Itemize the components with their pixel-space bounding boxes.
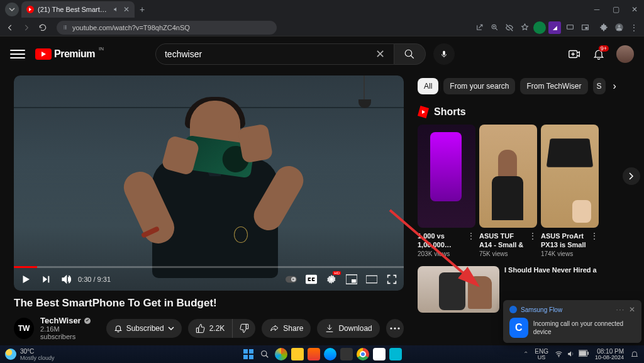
short-thumbnail[interactable] <box>418 125 475 228</box>
profile-icon[interactable] <box>613 21 625 34</box>
address-bar[interactable]: youtube.com/watch?v=T98qhZC4nSQ <box>57 21 277 35</box>
youtube-logo[interactable]: Premium IN <box>35 48 95 60</box>
taskbar-search-icon[interactable] <box>258 348 271 360</box>
account-avatar[interactable] <box>616 45 634 63</box>
browser-tab-title: (21) The Best SmartPhone <box>38 6 109 13</box>
related-thumbnail[interactable] <box>418 266 499 313</box>
taskbar-app-icon[interactable] <box>324 348 336 360</box>
miniplayer-button[interactable] <box>346 274 357 285</box>
window-minimize-button[interactable]: ─ <box>587 0 606 19</box>
taskbar-app-icon[interactable] <box>373 348 386 360</box>
chip-scroll-right[interactable]: › <box>611 78 619 94</box>
taskbar-app-icon[interactable] <box>389 348 402 360</box>
fullscreen-button[interactable] <box>386 274 397 285</box>
play-button[interactable] <box>20 274 31 285</box>
samsung-flow-notification[interactable]: Samsung Flow ··· ✕ C Incoming call on yo… <box>503 300 641 343</box>
download-icon <box>325 323 335 333</box>
system-tray[interactable] <box>555 350 589 358</box>
settings-button[interactable]: HD <box>326 274 337 285</box>
nav-forward-button[interactable] <box>20 21 33 34</box>
video-title: The Best SmartPhone To Get in Budget! <box>14 297 404 310</box>
theater-button[interactable] <box>366 274 377 285</box>
new-tab-button[interactable]: + <box>135 4 150 14</box>
volume-button[interactable] <box>60 274 72 285</box>
taskbar-clock[interactable]: 08:10 PM10-08-2024 <box>595 348 624 361</box>
like-button[interactable]: 2.2K <box>188 319 233 338</box>
chip-from-channel[interactable]: From TechWiser <box>520 78 587 94</box>
nav-reload-button[interactable] <box>36 21 49 34</box>
captions-button[interactable] <box>306 274 317 285</box>
voice-search-button[interactable] <box>433 43 455 65</box>
short-card[interactable]: 1,000 vs 1,00,000…⋮ 203K views <box>418 125 475 257</box>
eye-off-icon[interactable] <box>503 21 516 34</box>
notification-close-icon[interactable]: ✕ <box>629 305 635 314</box>
shorts-scroll-right[interactable] <box>623 167 640 185</box>
youtube-wordmark: Premium <box>54 48 95 60</box>
dislike-button[interactable] <box>233 319 255 338</box>
video-player[interactable]: 0:30 / 9:31 HD <box>14 75 404 291</box>
taskbar-chrome-icon[interactable] <box>357 348 369 360</box>
taskbar-app-icon[interactable] <box>308 348 320 360</box>
short-more-icon[interactable]: ⋮ <box>467 232 475 240</box>
short-more-icon[interactable]: ⋮ <box>528 232 537 240</box>
svg-point-17 <box>390 327 392 329</box>
nav-back-button[interactable] <box>4 21 16 34</box>
autoplay-toggle[interactable] <box>286 274 297 285</box>
taskbar-weather[interactable]: 30°C Mostly cloudy <box>5 348 55 361</box>
next-button[interactable] <box>40 274 52 285</box>
site-settings-icon[interactable] <box>62 24 69 31</box>
language-indicator[interactable]: ENGUS <box>535 348 548 361</box>
extensions-menu-icon[interactable] <box>597 21 610 34</box>
search-input[interactable] <box>165 49 375 59</box>
svg-rect-21 <box>249 349 253 354</box>
subscribe-button[interactable]: Subscribed <box>106 319 182 338</box>
taskbar-explorer-icon[interactable] <box>291 348 304 360</box>
short-thumbnail[interactable] <box>479 125 537 228</box>
tab-search-button[interactable] <box>5 3 19 16</box>
svg-point-19 <box>397 327 399 329</box>
open-external-icon[interactable] <box>473 21 486 34</box>
search-button[interactable] <box>394 43 426 65</box>
share-button[interactable]: Share <box>262 319 311 338</box>
download-button[interactable]: Download <box>317 319 379 338</box>
start-button[interactable] <box>242 348 255 360</box>
svg-rect-1 <box>567 25 573 30</box>
zoom-icon[interactable] <box>488 21 501 34</box>
search-clear-icon[interactable]: ✕ <box>375 47 385 61</box>
short-card[interactable]: ASUS TUF A14 - Small & Mighty…⋮ 75K view… <box>479 125 537 257</box>
browser-tab-active[interactable]: (21) The Best SmartPhone ✕ <box>21 1 135 18</box>
extension-pocket-icon[interactable]: ◢ <box>548 21 561 34</box>
short-more-icon[interactable]: ⋮ <box>590 232 599 240</box>
shorts-shelf: 1,000 vs 1,00,000…⋮ 203K views ASUS TUF … <box>418 125 635 257</box>
notification-more-icon[interactable]: ··· <box>616 306 625 313</box>
youtube-favicon-icon <box>26 6 34 13</box>
extension-pip-icon[interactable] <box>579 21 591 34</box>
notifications-button[interactable]: 9+ <box>592 48 605 60</box>
bookmark-icon[interactable] <box>518 21 531 34</box>
tray-chevron-icon[interactable]: ⌃ <box>523 350 528 357</box>
youtube-masthead: Premium IN ✕ 9+ <box>0 36 644 72</box>
thumbs-down-icon <box>239 323 249 333</box>
taskbar-copilot-icon[interactable] <box>275 348 287 360</box>
guide-menu-button[interactable] <box>10 47 25 61</box>
browser-menu-icon[interactable]: ⋮ <box>628 21 640 34</box>
tab-close-icon[interactable]: ✕ <box>123 5 130 14</box>
more-actions-button[interactable] <box>386 319 404 338</box>
extension-grammarly-icon[interactable] <box>533 21 546 34</box>
extension-cast-icon[interactable] <box>564 21 576 34</box>
windows-taskbar[interactable]: 30°C Mostly cloudy ⌃ ENGUS 08:10 PM10-08… <box>0 345 644 363</box>
tab-audio-icon[interactable] <box>113 6 119 13</box>
chip-more[interactable]: S <box>593 78 606 94</box>
search-box[interactable]: ✕ <box>155 43 394 65</box>
short-card[interactable]: ASUS ProArt PX13 is Small …⋮ 174K views <box>541 125 599 257</box>
chip-all[interactable]: All <box>418 78 438 94</box>
create-button[interactable] <box>567 47 581 61</box>
window-close-button[interactable]: ✕ <box>625 0 644 19</box>
channel-avatar[interactable]: TW <box>14 318 34 339</box>
channel-name[interactable]: TechWiser <box>40 316 94 325</box>
short-thumbnail[interactable] <box>541 125 599 228</box>
notifications-tray-icon[interactable] <box>630 350 639 359</box>
taskbar-app-icon[interactable] <box>340 348 353 360</box>
chip-from-search[interactable]: From your search <box>443 78 515 94</box>
window-maximize-button[interactable]: ▢ <box>606 0 625 19</box>
